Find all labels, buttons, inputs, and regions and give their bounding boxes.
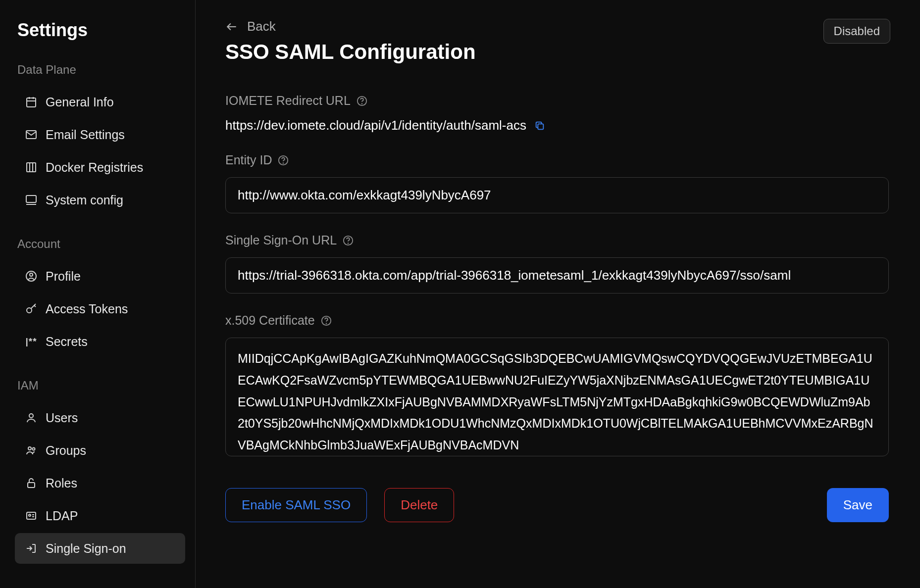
sidebar-item-label: General Info (46, 95, 114, 109)
columns-icon (24, 160, 39, 175)
sidebar-item-label: Email Settings (46, 128, 125, 142)
sidebar-item-label: Groups (46, 443, 86, 458)
sso-url-input[interactable] (225, 257, 889, 294)
sso-url-label: Single Sign-On URL (225, 233, 337, 247)
secrets-icon: |** (24, 334, 39, 349)
svg-point-11 (30, 273, 33, 276)
svg-rect-18 (28, 483, 35, 488)
svg-point-15 (29, 414, 33, 418)
mail-icon (24, 127, 39, 142)
sidebar-item-label: Access Tokens (46, 302, 128, 316)
certificate-label: x.509 Certificate (225, 313, 315, 328)
arrow-left-icon (225, 20, 238, 33)
certificate-input[interactable] (225, 338, 889, 456)
monitor-icon (24, 193, 39, 207)
back-label: Back (247, 19, 276, 34)
svg-point-17 (33, 448, 35, 450)
help-icon[interactable] (357, 96, 367, 106)
user-circle-icon (24, 269, 39, 284)
delete-button[interactable]: Delete (384, 488, 454, 522)
sidebar-item-email-settings[interactable]: Email Settings (15, 119, 185, 150)
sidebar-item-access-tokens[interactable]: Access Tokens (15, 294, 185, 324)
field-sso-url: Single Sign-On URL (225, 233, 890, 294)
page-title: SSO SAML Configuration (225, 40, 476, 64)
sidebar-item-label: Secrets (46, 335, 88, 349)
key-icon (24, 301, 39, 316)
enable-saml-button[interactable]: Enable SAML SSO (225, 488, 367, 522)
field-certificate: x.509 Certificate (225, 313, 890, 458)
sidebar-title: Settings (15, 20, 185, 41)
back-button[interactable]: Back (225, 19, 276, 34)
svg-point-29 (283, 163, 284, 163)
svg-rect-5 (27, 163, 36, 172)
svg-point-26 (361, 103, 362, 104)
calendar-icon (24, 95, 39, 109)
sidebar-item-label: LDAP (46, 509, 78, 523)
unlock-icon (24, 476, 39, 490)
redirect-url-label: IOMETE Redirect URL (225, 94, 351, 108)
user-icon (24, 410, 39, 425)
copy-button[interactable] (534, 120, 545, 131)
svg-point-33 (326, 323, 326, 324)
status-badge: Disabled (823, 19, 890, 44)
sidebar-item-label: Single Sign-on (46, 541, 126, 556)
button-row: Enable SAML SSO Delete Save (225, 488, 889, 522)
svg-rect-19 (27, 512, 36, 519)
sidebar-item-users[interactable]: Users (15, 402, 185, 433)
svg-rect-27 (538, 124, 543, 129)
sidebar-item-roles[interactable]: Roles (15, 468, 185, 498)
sidebar-item-general-info[interactable]: General Info (15, 87, 185, 117)
field-redirect-url: IOMETE Redirect URL https://dev.iomete.c… (225, 94, 890, 133)
sidebar-item-docker-registries[interactable]: Docker Registries (15, 152, 185, 183)
svg-rect-0 (27, 98, 36, 107)
login-icon (24, 541, 39, 556)
main-content: Back SSO SAML Configuration Disabled IOM… (196, 0, 920, 588)
sidebar: Settings Data Plane General Info Email S… (0, 0, 196, 588)
sidebar-item-ldap[interactable]: LDAP (15, 500, 185, 531)
help-icon[interactable] (278, 155, 289, 166)
sidebar-item-secrets[interactable]: |** Secrets (15, 326, 185, 357)
entity-id-input[interactable] (225, 177, 889, 213)
sidebar-item-label: System config (46, 193, 123, 207)
sidebar-item-single-sign-on[interactable]: Single Sign-on (15, 533, 185, 564)
field-entity-id: Entity ID (225, 153, 890, 213)
help-icon[interactable] (321, 315, 332, 326)
id-card-icon (24, 508, 39, 523)
sidebar-item-groups[interactable]: Groups (15, 435, 185, 466)
svg-point-31 (348, 243, 349, 244)
entity-id-label: Entity ID (225, 153, 272, 167)
save-button[interactable]: Save (827, 488, 889, 522)
sidebar-item-label: Profile (46, 269, 81, 284)
svg-rect-8 (26, 196, 36, 202)
sidebar-item-system-config[interactable]: System config (15, 185, 185, 215)
svg-line-14 (34, 305, 36, 307)
sidebar-item-label: Roles (46, 476, 77, 490)
help-icon[interactable] (343, 235, 354, 246)
section-label-iam: IAM (15, 379, 185, 392)
sidebar-item-profile[interactable]: Profile (15, 261, 185, 292)
svg-point-16 (28, 447, 31, 450)
svg-point-20 (29, 514, 31, 516)
sidebar-item-label: Docker Registries (46, 160, 143, 175)
section-label-data-plane: Data Plane (15, 63, 185, 77)
section-label-account: Account (15, 237, 185, 251)
redirect-url-value: https://dev.iomete.cloud/api/v1/identity… (225, 118, 526, 133)
users-icon (24, 443, 39, 458)
sidebar-item-label: Users (46, 411, 78, 425)
